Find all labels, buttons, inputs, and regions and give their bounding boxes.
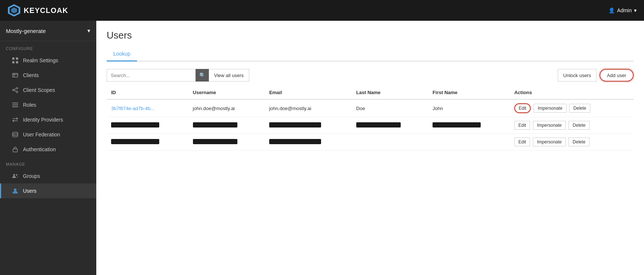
search-button[interactable]: 🔍 [196,69,209,82]
realm-selector[interactable]: Mostly-generate ▾ [0,21,96,41]
unlock-users-button[interactable]: Unlock users [558,69,597,82]
search-right: Unlock users Add user [558,69,634,82]
page-title: Users [107,30,634,41]
search-input[interactable] [107,69,196,82]
table-header-row: ID Username Email Last Name First Name A… [107,86,634,99]
email-cell-redacted-3 [265,134,352,150]
svg-point-20 [14,189,17,191]
realm-chevron-icon: ▾ [87,27,90,34]
lastname-cell-3 [352,134,428,150]
actions-cell: Edit Impersonate Delete [510,99,634,117]
col-header-email: Email [265,86,352,99]
col-header-lastname: Last Name [352,86,428,99]
cube-icon [12,72,19,79]
delete-button-2[interactable]: Delete [568,121,590,130]
add-user-button[interactable]: Add user [600,69,634,82]
sidebar-item-clients[interactable]: Clients [0,68,96,83]
lastname-cell-redacted [352,117,428,134]
tab-lookup[interactable]: Lookup [107,47,137,62]
impersonate-button[interactable]: Impersonate [534,104,567,113]
edit-button-circled[interactable]: Edit [514,103,531,113]
redacted-id-3 [111,139,159,144]
top-nav: KEYCLOAK 👤 Admin ▾ [0,0,644,21]
search-row: 🔍 View all users Unlock users Add user [107,69,634,82]
email-cell: john.doe@mostly.ai [265,99,352,117]
admin-chevron-icon: ▾ [634,7,637,13]
svg-rect-13 [12,103,18,103]
main-layout: Mostly-generate ▾ Configure Realm Settin… [0,21,644,275]
svg-rect-3 [12,57,14,60]
admin-label: Admin [617,7,632,13]
sidebar-item-authentication-label: Authentication [23,146,56,152]
users-table: ID Username Email Last Name First Name A… [107,86,634,150]
actions-cell-3: Edit Impersonate Delete [510,134,634,150]
sidebar-item-realm-settings[interactable]: Realm Settings [0,53,96,68]
username-cell-redacted [188,117,265,134]
table-row: Edit Impersonate Delete [107,117,634,134]
search-left: 🔍 View all users [107,69,249,82]
sidebar-item-roles[interactable]: Roles [0,97,96,112]
sidebar-item-authentication[interactable]: Authentication [0,142,96,157]
user-icon [12,188,19,194]
sidebar-item-users-label: Users [23,188,37,194]
redacted-id [111,122,159,127]
svg-rect-5 [12,61,14,63]
admin-icon: 👤 [608,7,615,13]
sidebar-item-user-federation[interactable]: User Federation [0,127,96,142]
keycloak-logo-icon [7,4,21,17]
col-header-actions: Actions [510,86,634,99]
sidebar-item-roles-label: Roles [23,102,36,108]
firstname-cell-redacted [428,117,510,134]
user-id-cell: 3b7f874e-ad7b-4b... [107,99,188,117]
redacted-lastname [356,122,401,127]
redacted-username-3 [193,139,237,144]
admin-menu[interactable]: 👤 Admin ▾ [608,7,637,13]
sidebar-item-identity-providers[interactable]: Identity Providers [0,112,96,127]
sidebar-item-users[interactable]: Users [0,183,96,198]
sidebar-item-clients-label: Clients [23,72,39,78]
edit-button-2[interactable]: Edit [514,121,530,130]
edit-button-3[interactable]: Edit [514,138,530,146]
redacted-firstname [433,122,481,127]
username-cell-redacted-3 [188,134,265,150]
list-icon [12,102,19,108]
svg-rect-14 [12,105,18,105]
sidebar-item-identity-providers-label: Identity Providers [23,117,63,123]
tabs-container: Lookup [107,47,634,62]
realm-name: Mostly-generate [6,28,46,34]
svg-point-10 [16,91,18,93]
sidebar-item-client-scopes-label: Client Scopes [23,87,55,93]
manage-section-label: Manage [0,157,96,169]
view-all-users-button[interactable]: View all users [209,69,249,82]
impersonate-button-2[interactable]: Impersonate [533,121,566,130]
firstname-cell-3 [428,134,510,150]
firstname-cell: John [428,99,510,117]
svg-point-8 [16,87,18,89]
lock-icon [12,146,19,153]
user-id-link[interactable]: 3b7f874e-ad7b-4b... [111,106,154,111]
svg-rect-17 [13,149,17,152]
sidebar-item-realm-settings-label: Realm Settings [23,57,58,63]
sidebar-item-groups-label: Groups [23,173,40,179]
delete-button[interactable]: Delete [569,104,590,113]
lastname-cell: Doe [352,99,428,117]
svg-point-19 [16,174,17,176]
exchange-icon [12,116,19,123]
sidebar-item-client-scopes[interactable]: Client Scopes [0,83,96,97]
impersonate-button-3[interactable]: Impersonate [533,138,566,146]
actions-cell-2: Edit Impersonate Delete [510,117,634,134]
search-icon: 🔍 [199,72,206,78]
svg-rect-4 [16,57,18,60]
delete-button-3[interactable]: Delete [568,138,590,146]
user-id-cell-redacted-3 [107,134,188,150]
svg-line-11 [14,89,16,90]
svg-point-18 [13,174,15,176]
database-icon [12,131,19,138]
group-icon [12,173,19,179]
main-content: Users Lookup 🔍 View all users Unlock use… [96,21,644,275]
logo-area: KEYCLOAK [7,4,68,17]
redacted-email-3 [269,139,321,144]
username-cell: john.doe@mostly.ai [188,99,265,117]
configure-section-label: Configure [0,41,96,53]
sidebar-item-groups[interactable]: Groups [0,169,96,183]
